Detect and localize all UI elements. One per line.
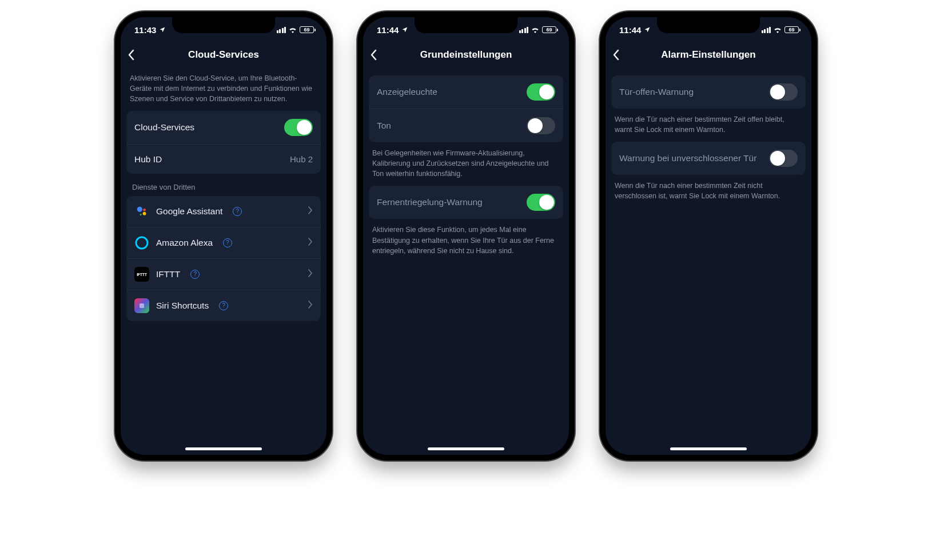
status-time: 11:43 bbox=[134, 25, 156, 35]
phone-cloud-services: 11:43 69 Cloud-Services Aktivieren Sie d… bbox=[115, 11, 332, 461]
door-open-note: Wenn die Tür nach einer bestimmten Zeit … bbox=[606, 109, 811, 142]
amazon-alexa-icon bbox=[134, 235, 149, 250]
hub-id-value: Hub 2 bbox=[290, 154, 313, 164]
cloud-services-label: Cloud-Services bbox=[134, 122, 194, 133]
info-icon[interactable]: ? bbox=[190, 270, 200, 279]
service-label: IFTTT bbox=[156, 269, 180, 279]
svg-point-0 bbox=[137, 207, 142, 212]
page-title: Alarm-Einstellungen bbox=[661, 49, 755, 61]
home-indicator[interactable] bbox=[670, 447, 747, 450]
chevron-right-icon bbox=[308, 238, 313, 248]
service-label: Amazon Alexa bbox=[156, 238, 213, 248]
back-button[interactable] bbox=[128, 42, 150, 67]
back-button[interactable] bbox=[612, 42, 635, 67]
cellular-icon bbox=[519, 27, 529, 33]
phone-alarm-settings: 11:44 69 Alarm-Einstellungen Tür-offen-W… bbox=[600, 11, 817, 461]
door-open-warning-label: Tür-offen-Warnung bbox=[619, 87, 694, 97]
battery-icon: 69 bbox=[784, 26, 799, 33]
remote-unlock-warning-label: Fernentriegelung-Warnung bbox=[377, 197, 483, 207]
indicator-light-toggle[interactable] bbox=[527, 83, 555, 101]
door-open-warning-row: Tür-offen-Warnung bbox=[611, 75, 806, 109]
wifi-icon bbox=[288, 25, 297, 35]
cellular-icon bbox=[762, 27, 771, 33]
remote-unlock-warning-row: Fernentriegelung-Warnung bbox=[369, 186, 563, 219]
battery-icon: 69 bbox=[542, 26, 556, 33]
indicator-light-label: Anzeigeleuchte bbox=[377, 87, 437, 97]
chevron-right-icon bbox=[308, 269, 313, 279]
unlocked-door-warning-row: Warnung bei unverschlossener Tür bbox=[611, 142, 806, 175]
home-indicator[interactable] bbox=[428, 447, 504, 450]
info-icon[interactable]: ? bbox=[233, 207, 242, 216]
info-icon[interactable]: ? bbox=[223, 238, 232, 247]
cellular-icon bbox=[277, 27, 286, 33]
cloud-services-toggle[interactable] bbox=[284, 119, 313, 136]
status-time: 11:44 bbox=[377, 25, 399, 35]
service-row-amazon-alexa[interactable]: Amazon Alexa ? bbox=[126, 227, 321, 258]
sound-label: Ton bbox=[377, 121, 391, 131]
siri-shortcuts-icon bbox=[134, 298, 149, 313]
cloud-services-row: Cloud-Services bbox=[126, 111, 321, 144]
chevron-left-icon bbox=[370, 49, 377, 61]
home-indicator[interactable] bbox=[185, 447, 262, 450]
location-icon bbox=[159, 25, 166, 35]
chevron-right-icon bbox=[308, 301, 313, 311]
service-label: Siri Shortcuts bbox=[156, 301, 209, 311]
firmware-note: Bei Gelegenheiten wie Firmware-Aktualisi… bbox=[363, 142, 569, 186]
hub-id-label: Hub ID bbox=[134, 154, 162, 165]
chevron-left-icon bbox=[128, 49, 134, 61]
nav-bar: Grundeinstellungen bbox=[363, 42, 569, 67]
wifi-icon bbox=[531, 25, 540, 35]
status-time: 11:44 bbox=[619, 25, 641, 35]
wifi-icon bbox=[773, 25, 782, 35]
notch bbox=[172, 17, 275, 33]
ifttt-icon: IFTTT bbox=[134, 267, 149, 282]
service-label: Google Assistant bbox=[156, 206, 222, 217]
svg-point-1 bbox=[143, 209, 146, 211]
service-row-siri-shortcuts[interactable]: Siri Shortcuts ? bbox=[126, 290, 321, 321]
intro-text: Aktivieren Sie den Cloud-Service, um Ihr… bbox=[121, 67, 326, 111]
unlocked-door-warning-toggle[interactable] bbox=[769, 150, 798, 167]
phone-basic-settings: 11:44 69 Grundeinstellungen Anzeigeleuch… bbox=[357, 11, 575, 461]
third-party-header: Dienste von Dritten bbox=[121, 174, 326, 196]
unlocked-door-note: Wenn die Tür nach einer bestimmten Zeit … bbox=[606, 175, 811, 208]
service-row-ifttt[interactable]: IFTTT IFTTT ? bbox=[126, 258, 321, 290]
chevron-left-icon bbox=[612, 49, 619, 61]
chevron-right-icon bbox=[308, 206, 313, 217]
notch bbox=[415, 17, 517, 33]
door-open-warning-toggle[interactable] bbox=[769, 83, 798, 101]
nav-bar: Cloud-Services bbox=[121, 42, 326, 67]
service-row-google-assistant[interactable]: Google Assistant ? bbox=[126, 196, 321, 227]
hub-id-row[interactable]: Hub ID Hub 2 bbox=[126, 144, 321, 174]
page-title: Cloud-Services bbox=[188, 49, 259, 61]
location-icon bbox=[644, 25, 651, 35]
svg-point-4 bbox=[136, 237, 148, 249]
notch bbox=[657, 17, 760, 33]
sound-toggle[interactable] bbox=[527, 117, 555, 134]
unlocked-door-warning-label: Warnung bei unverschlossener Tür bbox=[619, 153, 756, 163]
back-button[interactable] bbox=[370, 42, 393, 67]
sound-row: Ton bbox=[369, 109, 563, 142]
svg-rect-5 bbox=[140, 303, 144, 308]
nav-bar: Alarm-Einstellungen bbox=[606, 42, 811, 67]
indicator-light-row: Anzeigeleuchte bbox=[369, 75, 563, 109]
page-title: Grundeinstellungen bbox=[420, 49, 512, 61]
google-assistant-icon bbox=[134, 204, 149, 219]
remote-unlock-note: Aktivieren Sie diese Funktion, um jedes … bbox=[363, 219, 569, 262]
info-icon[interactable]: ? bbox=[219, 301, 228, 310]
battery-icon: 69 bbox=[300, 26, 314, 33]
location-icon bbox=[401, 25, 408, 35]
svg-point-2 bbox=[143, 212, 146, 215]
svg-point-3 bbox=[140, 214, 142, 215]
remote-unlock-warning-toggle[interactable] bbox=[527, 194, 555, 211]
